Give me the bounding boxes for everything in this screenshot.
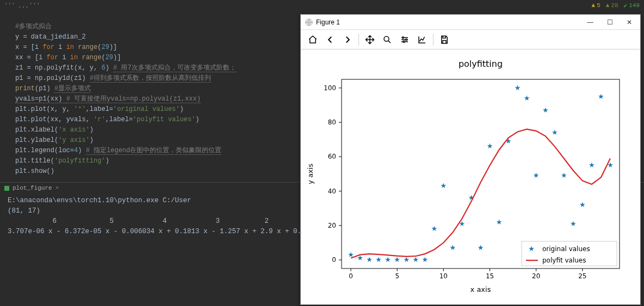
maximize-button[interactable]: ☐ xyxy=(600,15,620,29)
svg-text:25: 25 xyxy=(578,272,586,280)
plot-canvas[interactable]: 0510152025020406080100x axisy axispolyfi… xyxy=(301,49,640,304)
svg-point-4 xyxy=(406,39,407,40)
svg-text:60: 60 xyxy=(328,153,336,160)
svg-text:40: 40 xyxy=(328,188,336,195)
svg-text:★: ★ xyxy=(570,220,577,228)
run-config-name: plot_figure xyxy=(13,185,52,191)
svg-text:★: ★ xyxy=(394,255,400,264)
matplotlib-icon xyxy=(305,18,313,26)
svg-text:★: ★ xyxy=(487,142,493,150)
svg-text:0: 0 xyxy=(332,256,336,264)
figure-window[interactable]: Figure 1 — ☐ ✕ 0510152025020406080100x a… xyxy=(300,14,641,305)
warning-count[interactable]: 5 xyxy=(592,2,600,9)
svg-text:★: ★ xyxy=(598,92,604,101)
svg-text:100: 100 xyxy=(324,84,336,92)
zoom-icon[interactable] xyxy=(379,32,396,48)
svg-text:★: ★ xyxy=(589,161,595,169)
home-icon[interactable] xyxy=(304,32,321,48)
mpl-toolbar xyxy=(301,30,640,49)
pan-icon[interactable] xyxy=(361,32,379,48)
svg-text:★: ★ xyxy=(441,182,447,190)
weak-warning-count[interactable]: 28 xyxy=(606,2,618,9)
minimize-button[interactable]: — xyxy=(580,15,600,29)
forward-icon[interactable] xyxy=(339,32,356,48)
svg-text:x axis: x axis xyxy=(470,285,491,293)
svg-text:original values: original values xyxy=(542,245,590,253)
axes-icon[interactable] xyxy=(413,32,431,48)
passed-count[interactable]: 149 xyxy=(624,2,640,9)
svg-text:★: ★ xyxy=(450,243,456,252)
svg-text:★: ★ xyxy=(385,255,391,264)
fold-marks: ''' xyxy=(4,2,15,9)
svg-text:★: ★ xyxy=(459,220,466,228)
svg-text:★: ★ xyxy=(524,94,530,102)
svg-text:★: ★ xyxy=(496,218,503,226)
svg-text:★: ★ xyxy=(561,171,567,179)
svg-point-2 xyxy=(384,36,389,41)
svg-text:5: 5 xyxy=(395,272,399,280)
svg-text:20: 20 xyxy=(328,222,336,229)
status-strip: ''' ,,,''' 5 28 149 xyxy=(0,0,644,11)
svg-text:★: ★ xyxy=(579,201,586,209)
save-icon[interactable] xyxy=(436,32,453,48)
svg-text:★: ★ xyxy=(366,255,373,264)
svg-text:★: ★ xyxy=(542,106,549,114)
svg-point-3 xyxy=(403,36,404,38)
svg-text:★: ★ xyxy=(375,255,382,264)
configure-icon[interactable] xyxy=(396,32,413,48)
svg-text:★: ★ xyxy=(528,245,535,253)
close-button[interactable]: ✕ xyxy=(620,15,639,29)
svg-text:★: ★ xyxy=(431,224,438,233)
svg-text:0: 0 xyxy=(349,272,353,280)
back-icon[interactable] xyxy=(321,32,339,48)
svg-text:y axis: y axis xyxy=(306,164,314,184)
svg-rect-6 xyxy=(342,79,620,268)
svg-text:★: ★ xyxy=(533,171,540,179)
svg-text:★: ★ xyxy=(478,243,484,252)
python-icon xyxy=(4,186,9,191)
titlebar[interactable]: Figure 1 — ☐ ✕ xyxy=(301,15,640,30)
svg-text:80: 80 xyxy=(328,118,336,126)
svg-text:20: 20 xyxy=(532,272,540,280)
svg-text:15: 15 xyxy=(486,272,494,280)
svg-text:polyfit values: polyfit values xyxy=(542,257,586,264)
svg-text:10: 10 xyxy=(439,272,448,280)
svg-text:★: ★ xyxy=(422,255,428,264)
svg-text:polyfitting: polyfitting xyxy=(459,59,503,69)
fold-marks-2: ,,,''' xyxy=(18,2,40,9)
svg-text:★: ★ xyxy=(515,84,521,92)
svg-text:★: ★ xyxy=(552,128,558,136)
code-editor[interactable]: #多项式拟合 y = data_jiedian_2 x = [i for i i… xyxy=(0,11,296,182)
window-title: Figure 1 xyxy=(316,18,340,26)
svg-point-5 xyxy=(403,41,405,42)
